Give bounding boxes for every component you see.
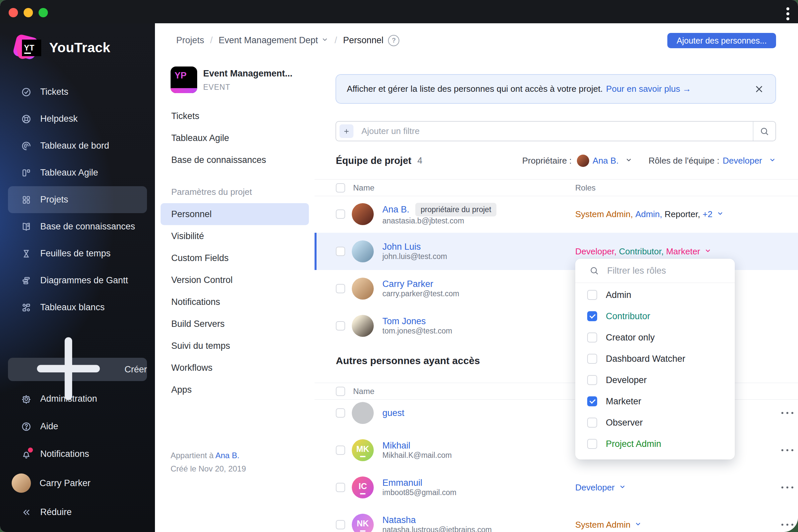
project-settings-version-control[interactable]: Version Control bbox=[160, 269, 309, 291]
row-actions-icon[interactable] bbox=[779, 487, 795, 489]
filter-bar bbox=[336, 121, 776, 141]
help-icon[interactable]: ? bbox=[388, 35, 399, 46]
project-nav-base-de-connaissances[interactable]: Base de connaissances bbox=[155, 149, 315, 171]
role-option-creator-only[interactable]: Creator only bbox=[575, 327, 735, 348]
project-card[interactable]: YP Event Management... EVENT bbox=[171, 66, 292, 93]
project-settings-notifications[interactable]: Notifications bbox=[160, 291, 309, 313]
roles-filter-input[interactable] bbox=[607, 265, 735, 276]
person-name-link[interactable]: Tom Jones bbox=[382, 316, 426, 326]
project-settings-suivi-du-temps[interactable]: Suivi du temps bbox=[160, 335, 309, 357]
collapse-sidebar-button[interactable]: Réduire bbox=[0, 498, 155, 526]
person-name-link[interactable]: Mikhail bbox=[382, 440, 410, 451]
avatar bbox=[12, 474, 31, 493]
person-name-link[interactable]: guest bbox=[382, 408, 404, 418]
sidebar-item-base-de-connaissances[interactable]: Base de connaissances bbox=[8, 213, 147, 240]
sidebar-item-tickets[interactable]: Tickets bbox=[8, 78, 147, 106]
window-controls bbox=[8, 8, 48, 17]
search-icon bbox=[589, 266, 599, 276]
sidebar-item-tableaux-de-bord[interactable]: Tableaux de bord bbox=[8, 132, 147, 159]
breadcrumb-project-dropdown[interactable]: Event Management Dept bbox=[219, 35, 329, 45]
project-nav-tableaux-agile[interactable]: Tableaux Agile bbox=[155, 127, 315, 149]
person-name-link[interactable]: John Luis bbox=[382, 242, 421, 252]
role-checkbox[interactable] bbox=[587, 332, 597, 342]
row-actions-icon[interactable] bbox=[779, 449, 795, 451]
filter-input[interactable] bbox=[361, 126, 753, 137]
roles-select[interactable]: Developer, Contributor, Marketer bbox=[575, 246, 711, 257]
role-checkbox[interactable] bbox=[587, 354, 597, 364]
row-checkbox[interactable] bbox=[336, 284, 345, 293]
current-user-menu[interactable]: Carry Parker bbox=[0, 468, 155, 498]
search-icon[interactable] bbox=[753, 122, 775, 141]
row-checkbox[interactable] bbox=[336, 247, 345, 256]
role-option-admin[interactable]: Admin bbox=[575, 284, 735, 306]
add-filter-icon[interactable] bbox=[340, 125, 354, 138]
row-checkbox[interactable] bbox=[336, 209, 345, 219]
sidebar-item-diagrammes-de-gantt[interactable]: Diagrammes de Gantt bbox=[8, 267, 147, 294]
row-checkbox[interactable] bbox=[336, 483, 345, 492]
sidebar-item-tableaux-blancs[interactable]: Tableaux blancs bbox=[8, 294, 147, 321]
role-option-dashboard-watcher[interactable]: Dashboard Watcher bbox=[575, 348, 735, 369]
person-name-link[interactable]: Natasha bbox=[382, 515, 416, 525]
roles-select[interactable]: System Admin bbox=[575, 520, 642, 530]
add-people-button[interactable]: Ajouter des personnes... bbox=[667, 33, 776, 48]
dashboards-icon bbox=[21, 141, 32, 151]
role-option-project-admin[interactable]: Project Admin bbox=[575, 433, 735, 455]
table-row-emmanuil[interactable]: ICEmmanuilimboot85@gmail.comDeveloper bbox=[315, 469, 798, 506]
youtrack-logo[interactable]: YT YouTrack bbox=[13, 34, 110, 61]
kebab-menu-icon[interactable] bbox=[786, 7, 790, 20]
role-checkbox[interactable] bbox=[587, 290, 597, 300]
project-settings-apps[interactable]: Apps bbox=[160, 379, 309, 401]
sidebar-item-projets[interactable]: Projets bbox=[8, 186, 147, 213]
zoom-window-icon[interactable] bbox=[39, 8, 48, 17]
role-checkbox[interactable] bbox=[587, 375, 597, 385]
owner-link[interactable]: Ana B. bbox=[215, 451, 240, 460]
project-settings-visibilit-[interactable]: Visibilité bbox=[160, 225, 309, 247]
sidebar-item-tableaux-agile[interactable]: Tableaux Agile bbox=[8, 159, 147, 186]
close-icon[interactable] bbox=[754, 83, 765, 95]
tickets-icon bbox=[21, 87, 32, 97]
role-option-developer[interactable]: Developer bbox=[575, 369, 735, 391]
row-actions-icon[interactable] bbox=[779, 524, 795, 526]
close-window-icon[interactable] bbox=[8, 8, 18, 17]
roles-select[interactable]: Developer bbox=[575, 482, 626, 493]
role-checkbox[interactable] bbox=[587, 311, 597, 321]
team-roles-select[interactable]: Developer bbox=[723, 156, 762, 166]
table-row-natasha[interactable]: NKNatashanatasha.lustrous@jetbrains.comS… bbox=[315, 506, 798, 532]
table-row-ana-b-[interactable]: Ana B.propriétaire du projetanastasia.b@… bbox=[315, 195, 798, 233]
project-key: EVENT bbox=[203, 83, 292, 92]
sidebar-item-notifications[interactable]: Notifications bbox=[0, 440, 155, 468]
project-nav-tickets[interactable]: Tickets bbox=[155, 105, 315, 127]
project-settings-build-servers[interactable]: Build Servers bbox=[160, 313, 309, 335]
project-settings-personnel[interactable]: Personnel bbox=[160, 203, 309, 225]
row-checkbox[interactable] bbox=[336, 321, 345, 330]
owner-select[interactable]: Ana B. bbox=[592, 156, 619, 166]
chevron-down-icon bbox=[704, 246, 711, 257]
person-name-link[interactable]: Emmanuil bbox=[382, 478, 422, 488]
minimize-window-icon[interactable] bbox=[24, 8, 33, 17]
bell-icon bbox=[21, 449, 32, 459]
role-checkbox[interactable] bbox=[587, 418, 597, 428]
sidebar-item-helpdesk[interactable]: Helpdesk bbox=[8, 106, 147, 132]
person-name-link[interactable]: Carry Parker bbox=[382, 279, 433, 289]
person-name-link[interactable]: Ana B. bbox=[382, 205, 409, 215]
sidebar-item-feuilles-de-temps[interactable]: Feuilles de temps bbox=[8, 240, 147, 267]
row-checkbox[interactable] bbox=[336, 445, 345, 455]
breadcrumb-projects[interactable]: Projets bbox=[176, 35, 204, 45]
role-checkbox[interactable] bbox=[587, 439, 597, 449]
role-checkbox[interactable] bbox=[587, 396, 597, 406]
project-settings-workflows[interactable]: Workflows bbox=[160, 357, 309, 379]
roles-select[interactable]: System Admin, Admin, Reporter, +2 bbox=[575, 209, 724, 220]
avatar bbox=[352, 241, 374, 262]
role-option-marketer[interactable]: Marketer bbox=[575, 391, 735, 412]
role-option-observer[interactable]: Observer bbox=[575, 412, 735, 433]
row-checkbox[interactable] bbox=[336, 408, 345, 418]
role-option-contributor[interactable]: Contributor bbox=[575, 306, 735, 327]
main-sidebar: YT YouTrack TicketsHelpdeskTableaux de b… bbox=[0, 23, 155, 532]
row-actions-icon[interactable] bbox=[779, 412, 795, 414]
create-button[interactable]: Créer bbox=[8, 358, 147, 381]
row-checkbox[interactable] bbox=[336, 520, 345, 529]
learn-more-link[interactable]: Pour en savoir plus → bbox=[606, 84, 691, 94]
select-all-checkbox[interactable] bbox=[336, 183, 345, 192]
project-settings-custom-fields[interactable]: Custom Fields bbox=[160, 247, 309, 269]
notification-dot bbox=[28, 448, 33, 453]
